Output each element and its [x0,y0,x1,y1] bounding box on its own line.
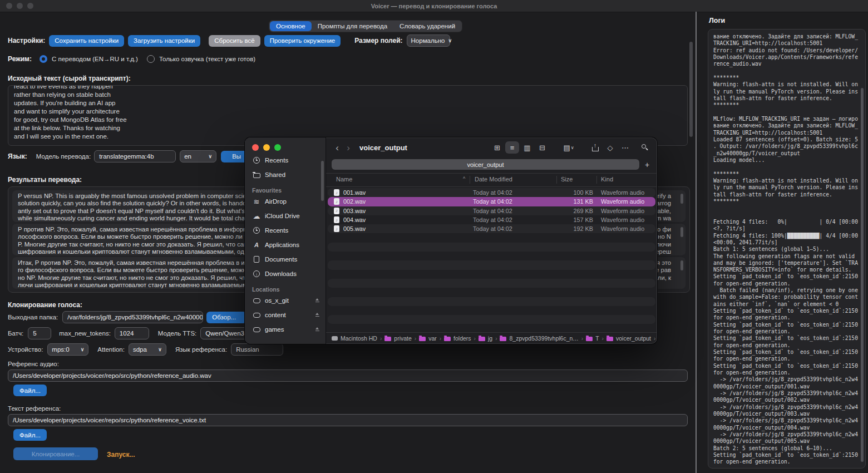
file-name: 003.wav [343,208,473,214]
path-segment[interactable]: › 002.wav [654,335,657,342]
file-row[interactable]: 002.wav Today at 04:02 131 KB Waveform a… [328,197,655,206]
finder-tab[interactable]: voicer_output [332,159,639,170]
radio-with-translation[interactable] [40,55,47,63]
sidebar-item[interactable]: Downloads [245,267,326,281]
empty-row [328,260,655,269]
sidebar-item[interactable]: Shared [245,167,326,182]
file-name: 004.wav [343,216,473,223]
source-language-select[interactable]: en ∨ [180,150,216,162]
forward-button[interactable]: › [343,143,354,152]
main-scrollbar-thumb[interactable] [689,42,693,137]
share-button[interactable] [588,141,602,154]
logs-panel[interactable]: вание отключено. Задайте для записей: ML… [708,29,866,469]
logs-scrollbar-thumb[interactable] [861,88,864,462]
sidebar-item-label: Downloads [265,270,297,277]
column-name[interactable]: Name [336,176,352,183]
reference-text-file-button[interactable]: Файл... [13,429,47,441]
sidebar-item[interactable]: Recents [245,223,326,238]
group-by-button[interactable]: ▤∨ [558,141,579,154]
attention-select[interactable]: sdpa ∨ [129,343,166,356]
new-tab-button[interactable]: + [643,160,652,169]
sidebar-item[interactable]: os_x_git [245,293,326,308]
radio-voice-only-label[interactable]: Только озвучка (текст уже готов) [159,56,255,62]
device-select[interactable]: mps:0 ∨ [47,343,88,356]
finder-zoom-button[interactable] [274,144,281,151]
path-item-label: jg [488,335,492,342]
tab-translation-prompts[interactable]: Промпты для перевода [312,21,393,31]
sidebar-item[interactable]: content [245,308,326,322]
eject-icon[interactable] [315,298,320,303]
batch-input[interactable]: 5 [28,327,51,339]
finder-minimize-button[interactable] [263,144,270,151]
block-scrollbar[interactable] [680,227,683,237]
path-separator: › [654,336,655,342]
eject-icon[interactable] [315,313,320,317]
path-segment[interactable]: › jg [474,335,493,342]
file-row[interactable]: 001.wav Today at 04:02 100 KB Waveform a… [328,188,655,197]
radio-with-translation-label[interactable]: С переводом (EN→RU и т.д.) [52,56,138,62]
tab-main[interactable]: Основное [270,21,312,31]
finder-close-button[interactable] [252,144,259,151]
eject-icon[interactable] [315,327,320,332]
finder-window[interactable]: Recents Shared Favourites AirDrop iCloud [245,137,657,344]
translation-model-input[interactable]: translategemma:4b [94,150,176,162]
source-textarea[interactable]: react to live events as they happen rath… [8,85,688,146]
batch-label: Батч: [8,330,23,337]
file-row[interactable]: 004.wav Today at 04:02 157 KB Waveform a… [328,215,655,224]
tab-stress-dictionary[interactable]: Словарь ударений [393,21,461,31]
output-folder-input[interactable]: /var/folders/jg/8_zpvpd53399tvhpl6c_n2w4… [62,311,203,323]
save-settings-button[interactable]: Сохранить настройки [49,35,124,47]
sidebar-item[interactable]: iCloud Drive [245,209,326,223]
path-segment[interactable]: › private [380,335,412,342]
path-segment[interactable]: › 8_zpvpd53399tvhpl6c_n… [495,335,579,342]
sidebar-scrollbar-thumb[interactable] [321,161,324,201]
sidebar-item[interactable]: games [245,322,326,337]
check-environment-button[interactable]: Проверить окружение [264,35,341,47]
mode-row: Режим: С переводом (EN→RU и т.д.) Только… [8,55,255,63]
column-view-button[interactable]: ▥ [520,141,534,154]
audio-file-icon [334,216,339,223]
load-settings-button[interactable]: Загрузить настройки [128,35,200,47]
tag-button[interactable]: ◇ [603,141,617,154]
sidebar-item-label: Recents [265,157,288,164]
clone-button[interactable]: Клонирование... [13,447,98,460]
sidebar-item[interactable]: Applications [245,238,326,252]
reference-text-input[interactable]: /Users/developer/projects/voicer/repo/sr… [8,414,688,426]
block-scrollbar[interactable] [680,260,683,270]
file-kind: Waveform audio [601,189,644,196]
path-segment[interactable]: › var [415,335,437,342]
more-actions-button[interactable]: ⋯ [618,141,632,154]
settings-label: Настройки: [8,37,45,45]
sidebar-item-label: Applications [265,242,299,248]
file-row[interactable]: 003.wav Today at 04:02 269 KB Waveform a… [328,206,655,215]
reference-language-input[interactable]: Russian [231,343,283,356]
sidebar-item[interactable]: Recents [245,153,326,167]
path-separator: › [380,336,382,342]
path-segment[interactable]: › voicer_output [602,335,651,342]
sidebar-item[interactable]: AirDrop [245,194,326,209]
file-name: 002.wav [343,198,473,205]
list-view-button[interactable]: ≡ [505,141,519,154]
reset-all-button[interactable]: Сбросить всё [209,35,260,47]
icon-view-button[interactable]: ⊞ [490,141,504,154]
path-segment[interactable]: › Macintosh HD [332,335,377,342]
content-splitter[interactable] [696,12,697,473]
file-row[interactable]: 005.wav Today at 04:02 192 KB Waveform a… [328,224,655,233]
search-button[interactable] [638,141,652,154]
radio-voice-only[interactable] [147,55,155,63]
gallery-view-button[interactable]: ⊟ [535,141,549,154]
max-new-tokens-input[interactable]: 1024 [115,327,149,339]
field-size-select[interactable]: Нормально ∨ [407,35,450,47]
path-segment[interactable]: › T [581,335,599,342]
column-size[interactable]: Size [561,176,573,183]
browse-button[interactable]: Обзор... [206,312,246,323]
column-date-modified[interactable]: Date Modified [475,176,512,183]
block-scrollbar[interactable] [680,194,683,204]
back-button[interactable]: ‹ [332,143,343,152]
sidebar-item-icon [252,255,261,263]
column-kind[interactable]: Kind [601,176,613,183]
reference-audio-input[interactable]: /Users/developer/projects/voicer/repo/sr… [8,369,688,382]
reference-audio-file-button[interactable]: Файл... [13,385,47,396]
path-segment[interactable]: › folders [440,335,471,342]
sidebar-item[interactable]: Documents [245,252,326,267]
